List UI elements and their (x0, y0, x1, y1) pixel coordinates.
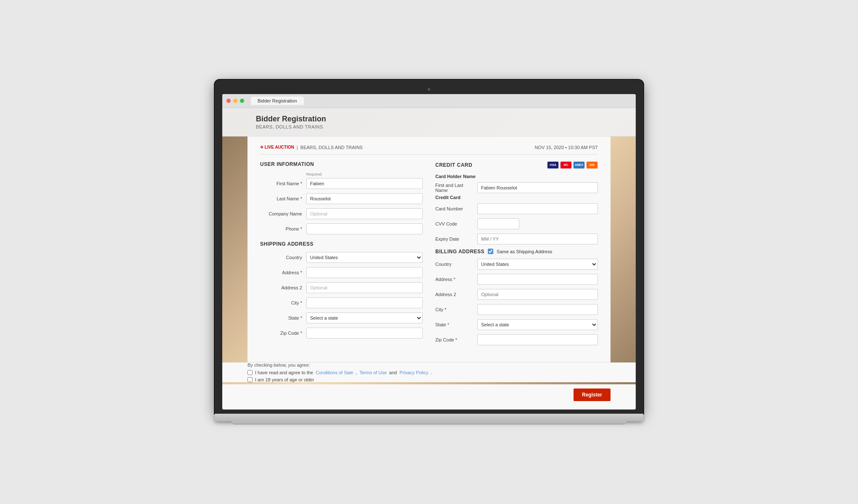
minimize-button[interactable] (233, 99, 237, 103)
billing-state-label: State * (435, 322, 473, 327)
billing-address2-input[interactable] (477, 289, 598, 300)
billing-state-group: State * Select a state Alabama Californi… (435, 319, 598, 330)
shipping-zip-input[interactable] (306, 328, 423, 339)
page-subtitle: BEARS, DOLLS AND TRAINS (256, 124, 602, 129)
terms-intro: By checking below, you agree: (247, 362, 611, 368)
shipping-address1-label: Address * (260, 270, 302, 275)
billing-country-label: Country (435, 262, 473, 267)
shipping-state-label: State * (260, 315, 302, 320)
last-name-group: Last Name * (260, 193, 423, 204)
terms-section: By checking below, you agree: I have rea… (222, 362, 636, 382)
mastercard-icon: MC (560, 161, 572, 169)
terms-period: . (431, 370, 432, 375)
billing-address2-group: Address 2 (435, 289, 598, 300)
shipping-city-input[interactable] (306, 297, 423, 308)
card-number-group: Card Number (435, 203, 598, 214)
maximize-button[interactable] (240, 99, 244, 103)
terms-checkbox-2[interactable] (247, 377, 253, 382)
auction-date: NOV 15, 2020 • 10:30 AM PST (534, 145, 598, 150)
cc-section-header: CREDIT CARD (435, 162, 472, 168)
shipping-address2-label: Address 2 (260, 285, 302, 290)
billing-zip-group: Zip Code * (435, 334, 598, 345)
discover-icon: DIS (586, 161, 598, 169)
terms-text-2: I am 18 years of age or older (255, 377, 314, 382)
shipping-address1-input[interactable] (306, 267, 423, 278)
card-holder-section: Card Holder Name (435, 174, 598, 179)
content-area: ✈ LIVE AUCTION | BEARS, DOLLS AND TRAINS… (247, 136, 611, 362)
terms-row-2: I am 18 years of age or older (247, 377, 611, 382)
card-holder-input[interactable] (477, 182, 598, 193)
last-name-input[interactable] (306, 193, 423, 204)
top-bar: ✈ LIVE AUCTION | BEARS, DOLLS AND TRAINS… (260, 145, 598, 155)
phone-input[interactable] (306, 223, 423, 234)
shipping-city-group: City * (260, 297, 423, 308)
auction-name: BEARS, DOLLS AND TRAINS (300, 145, 363, 150)
billing-country-select[interactable]: United States Canada United Kingdom (477, 259, 598, 270)
card-number-input[interactable] (477, 203, 598, 214)
terms-and: and (389, 370, 397, 375)
credit-card-section: Credit Card (435, 195, 598, 200)
laptop-screen: Bidder Registration Bidder Registration … (222, 94, 636, 410)
terms-row-1: I have read and agree to the Conditions … (247, 370, 611, 375)
cvv-group: CVV Code (435, 218, 598, 229)
same-as-shipping-checkbox[interactable] (488, 249, 493, 254)
company-name-group: Company Name (260, 208, 423, 219)
billing-address1-group: Address * (435, 274, 598, 285)
separator: | (297, 145, 298, 150)
shipping-state-group: State * Select a state Alabama Alaska Ca… (260, 312, 423, 323)
visa-icon: VISA (547, 161, 559, 169)
first-name-input[interactable] (306, 178, 423, 189)
page-title: Bidder Registration (256, 115, 602, 123)
cc-header-row: CREDIT CARD VISA MC AMEX DIS (435, 161, 598, 169)
billing-zip-label: Zip Code * (435, 337, 473, 342)
cc-icons: VISA MC AMEX DIS (547, 161, 598, 169)
billing-header-row: Billing Address Same as Shipping Address (435, 249, 598, 255)
required-note: Required (306, 172, 423, 176)
billing-city-label: City * (435, 307, 473, 312)
shipping-zip-label: Zip Code * (260, 331, 302, 336)
first-name-label: First Name * (260, 181, 302, 186)
shipping-zip-group: Zip Code * (260, 328, 423, 339)
right-column: CREDIT CARD VISA MC AMEX DIS Card Holder… (435, 161, 598, 349)
conditions-of-sale-link[interactable]: Conditions of Sale (316, 370, 353, 375)
shipping-address2-input[interactable] (306, 282, 423, 293)
billing-address1-input[interactable] (477, 274, 598, 285)
terms-of-use-link[interactable]: Terms of Use (360, 370, 387, 375)
company-name-label: Company Name (260, 211, 302, 216)
shipping-address2-group: Address 2 (260, 282, 423, 293)
user-info-section-header: USER INFORMATION (260, 161, 423, 167)
billing-state-select[interactable]: Select a state Alabama California New Yo… (477, 319, 598, 330)
shipping-state-select[interactable]: Select a state Alabama Alaska California… (306, 312, 423, 323)
browser-tab[interactable]: Bidder Registration (251, 97, 304, 105)
browser-chrome: Bidder Registration (222, 94, 636, 108)
billing-section-header: Billing Address (435, 249, 484, 255)
billing-country-group: Country United States Canada United King… (435, 259, 598, 270)
company-name-input[interactable] (306, 208, 423, 219)
first-name-group: First Name * (260, 178, 423, 189)
shipping-country-select[interactable]: United States Canada United Kingdom (306, 252, 423, 263)
card-number-label: Card Number (435, 206, 473, 211)
shipping-address1-group: Address * (260, 267, 423, 278)
register-row: Register (222, 384, 636, 410)
billing-city-input[interactable] (477, 304, 598, 315)
card-holder-name-group: First and Last Name (435, 182, 598, 193)
card-holder-label: First and Last Name (435, 183, 473, 193)
close-button[interactable] (226, 99, 231, 103)
same-as-shipping-label: Same as Shipping Address (497, 249, 552, 254)
cvv-input[interactable] (477, 218, 519, 229)
form-layout: USER INFORMATION Required First Name * L… (260, 161, 598, 349)
register-button[interactable]: Register (574, 388, 611, 401)
laptop-frame: Bidder Registration Bidder Registration … (215, 80, 643, 425)
billing-zip-input[interactable] (477, 334, 598, 345)
auction-info: ✈ LIVE AUCTION | BEARS, DOLLS AND TRAINS (260, 145, 363, 150)
expiry-input[interactable] (477, 234, 598, 244)
screen-bezel: Bidder Registration Bidder Registration … (215, 80, 643, 414)
camera (428, 88, 430, 91)
laptop-bottom (232, 421, 626, 425)
expiry-group: Expiry Date (435, 234, 598, 244)
expiry-label: Expiry Date (435, 236, 473, 242)
terms-checkbox-1[interactable] (247, 370, 253, 375)
privacy-policy-link[interactable]: Privacy Policy (400, 370, 428, 375)
billing-address1-label: Address * (435, 277, 473, 282)
billing-address2-label: Address 2 (435, 292, 473, 297)
